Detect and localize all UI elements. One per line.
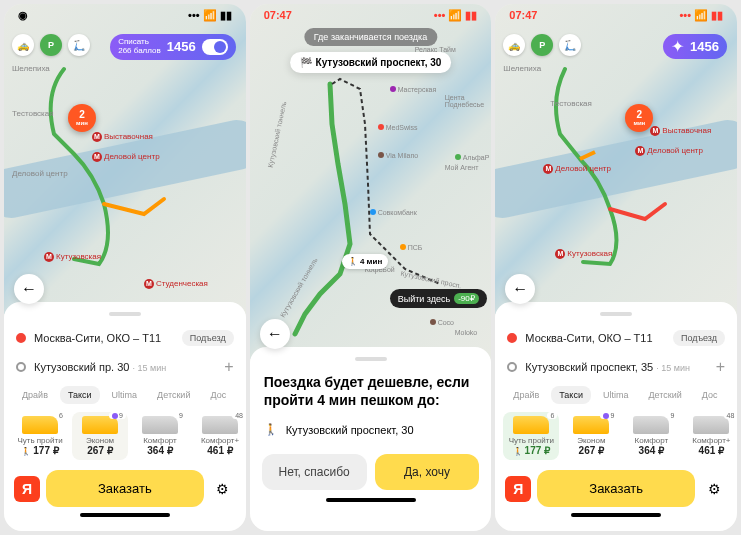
home-indicator[interactable] xyxy=(571,513,661,517)
car-icon xyxy=(22,416,58,434)
walk-time-chip: 🚶 4 мин xyxy=(342,254,389,269)
tab-ultima[interactable]: Ultima xyxy=(595,386,637,404)
poi: MedSwiss xyxy=(378,124,418,131)
screen-walk-offer: 07:47 •••📶▮▮ Где заканчивается поездка 🏁… xyxy=(250,4,492,531)
poi: Кутузовский тоннель xyxy=(266,101,287,168)
from-row[interactable]: Москва-Сити, ОКО – Т11 Подъезд xyxy=(495,324,737,352)
poi: Кутузовский тоннель xyxy=(279,257,319,319)
settings-icon[interactable]: ⚙ xyxy=(701,481,727,497)
yandex-logo-icon[interactable]: Я xyxy=(14,476,40,502)
loyalty-points: 1456 xyxy=(690,39,719,54)
decision-buttons: Нет, спасибо Да, хочу xyxy=(250,446,492,494)
tariff-badge: 9 xyxy=(109,412,126,419)
label-shelepikha: Шелепиха xyxy=(503,64,541,73)
ride-type-icons: 🚕 P 🛴 xyxy=(503,34,581,56)
tab-kids[interactable]: Детский xyxy=(640,386,689,404)
tab-ultima[interactable]: Ultima xyxy=(104,386,146,404)
map[interactable]: 🚕 P 🛴 Списать 266 баллов 1456 2мин Шелеп… xyxy=(4,4,246,314)
metro-delovoy: Деловой центр xyxy=(92,152,160,162)
metro-delovoy: Деловой центр xyxy=(635,146,703,156)
sheet-handle[interactable] xyxy=(355,357,387,361)
back-button[interactable]: ← xyxy=(505,274,535,304)
to-row[interactable]: Кутузовский проспект, 35 · 15 мин + xyxy=(495,352,737,382)
order-button[interactable]: Заказать xyxy=(46,470,204,507)
walk-icon: 🚶 xyxy=(264,423,278,436)
metro-vystavochnaya: Выставочная xyxy=(92,132,153,142)
exit-here-chip[interactable]: Выйти здесь -90₽ xyxy=(390,289,487,308)
tab-drive[interactable]: Драйв xyxy=(505,386,547,404)
tab-kids[interactable]: Детский xyxy=(149,386,198,404)
car-icon xyxy=(693,416,729,434)
tariff-badge: 48 xyxy=(232,412,245,419)
loyalty-points: 1456 xyxy=(167,39,196,54)
entrance-button[interactable]: Подъезд xyxy=(673,330,725,346)
yandex-logo-icon[interactable]: Я xyxy=(505,476,531,502)
home-indicator[interactable] xyxy=(326,498,416,502)
tariff-list[interactable]: 6 Чуть пройти 177 ₽ 9 Эконом 267 ₽ 9 Ком… xyxy=(4,408,246,464)
tariff-badge: 6 xyxy=(56,412,66,419)
tariff-econom[interactable]: 9 Эконом 267 ₽ xyxy=(563,412,619,460)
ride-type-icons: 🚕 P 🛴 xyxy=(12,34,90,56)
entrance-button[interactable]: Подъезд xyxy=(182,330,234,346)
car-icon xyxy=(513,416,549,434)
eta-badge: 2мин xyxy=(68,104,96,132)
accept-button[interactable]: Да, хочу xyxy=(375,454,480,490)
tariff-walk[interactable]: 6 Чуть пройти 177 ₽ xyxy=(12,412,68,460)
loyalty-chip[interactable]: ✦ 1456 xyxy=(663,34,727,59)
tariff-comfort-plus[interactable]: 48 Комфорт+ 461 ₽ xyxy=(192,412,246,460)
sheet-handle[interactable] xyxy=(109,312,141,316)
flags-icon: 🏁 xyxy=(300,57,312,68)
back-button[interactable]: ← xyxy=(260,319,290,349)
screen-order-walk-selected: 07:47 •••📶▮▮ 🚕 P 🛴 ✦ 1456 2мин Шелепиха … xyxy=(495,4,737,531)
to-row[interactable]: Кутузовский пр. 30 · 15 мин + xyxy=(4,352,246,382)
tariff-badge: 48 xyxy=(724,412,737,419)
add-stop-button[interactable]: + xyxy=(224,358,233,376)
from-row[interactable]: Москва-Сити, ОКО – Т11 Подъезд xyxy=(4,324,246,352)
tariff-comfort[interactable]: 9 Комфорт 364 ₽ xyxy=(623,412,679,460)
destination-chip[interactable]: 🏁Кутузовский проспект, 30 xyxy=(290,52,452,73)
add-stop-button[interactable]: + xyxy=(716,358,725,376)
offer-title: Поездка будет дешевле, еслипройти 4 мин … xyxy=(250,369,492,413)
status-time: 07:47 xyxy=(509,9,537,21)
loyalty-toggle[interactable] xyxy=(202,39,228,55)
status-bar: 07:47 •••📶▮▮ xyxy=(495,4,737,24)
settings-icon[interactable]: ⚙ xyxy=(210,481,236,497)
order-row: Я Заказать ⚙ xyxy=(495,464,737,509)
status-icons: •••📶▮▮ xyxy=(188,9,232,22)
tab-taxi[interactable]: Такси xyxy=(60,386,100,404)
tab-more[interactable]: Дос xyxy=(694,386,726,404)
tariff-list[interactable]: 6 Чуть пройти 177 ₽ 9 Эконом 267 ₽ 9 Ком… xyxy=(495,408,737,464)
label-shelepikha: Шелепиха xyxy=(12,64,50,73)
tariff-comfort-plus[interactable]: 48 Комфорт+ 461 ₽ xyxy=(683,412,737,460)
poi: Мастерская xyxy=(390,86,437,93)
poi: Цента Поднебесье xyxy=(445,94,492,108)
tariff-econom[interactable]: 9 Эконом 267 ₽ xyxy=(72,412,128,460)
map[interactable]: Где заканчивается поездка 🏁Кутузовский п… xyxy=(250,4,492,359)
map[interactable]: 🚕 P 🛴 ✦ 1456 2мин Шелепиха Тестовская Вы… xyxy=(495,4,737,314)
status-icons: •••📶▮▮ xyxy=(679,9,723,22)
tab-taxi[interactable]: Такси xyxy=(551,386,591,404)
p-icon[interactable]: P xyxy=(40,34,62,56)
metro-studencheskaya: Студенческая xyxy=(144,279,208,289)
back-button[interactable]: ← xyxy=(14,274,44,304)
poi: ПСБ xyxy=(400,244,423,251)
metro-kutuzovskaya: Кутузовская xyxy=(555,249,612,259)
p-icon[interactable]: P xyxy=(531,34,553,56)
order-button[interactable]: Заказать xyxy=(537,470,695,507)
eta-badge: 2мин xyxy=(625,104,653,132)
tariff-walk[interactable]: 6 Чуть пройти 177 ₽ xyxy=(503,412,559,460)
tab-drive[interactable]: Драйв xyxy=(14,386,56,404)
scooter-icon[interactable]: 🛴 xyxy=(559,34,581,56)
tab-more[interactable]: Дос xyxy=(202,386,234,404)
loyalty-chip[interactable]: Списать 266 баллов 1456 xyxy=(110,34,235,60)
to-text: Кутузовский проспект, 35 · 15 мин xyxy=(525,361,707,373)
car-icon[interactable]: 🚕 xyxy=(503,34,525,56)
home-indicator[interactable] xyxy=(80,513,170,517)
to-dot-icon xyxy=(16,362,26,372)
car-icon[interactable]: 🚕 xyxy=(12,34,34,56)
tariff-comfort[interactable]: 9 Комфорт 364 ₽ xyxy=(132,412,188,460)
sheet-handle[interactable] xyxy=(600,312,632,316)
scooter-icon[interactable]: 🛴 xyxy=(68,34,90,56)
tariff-badge: 9 xyxy=(600,412,617,419)
decline-button[interactable]: Нет, спасибо xyxy=(262,454,367,490)
